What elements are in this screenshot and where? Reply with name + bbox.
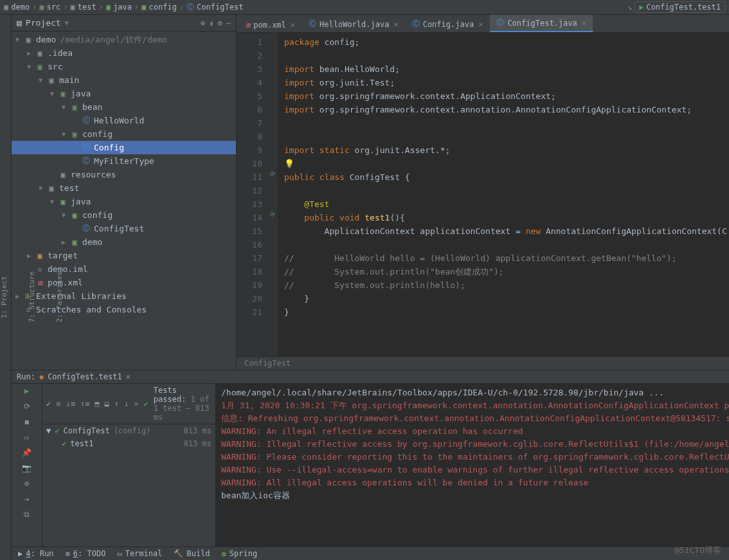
chevron-right-icon: › <box>179 3 184 12</box>
crumb[interactable]: ⒸConfigTest <box>186 2 243 13</box>
crumb[interactable]: ▣test <box>71 3 96 12</box>
sort-icon[interactable]: ↑≡ <box>80 399 89 408</box>
tree-node[interactable]: ▶▣demo <box>12 235 236 249</box>
app-root: ▣demo › ▣src › ▣test › ▣java › ▣config ›… <box>0 0 729 560</box>
chevron-right-icon: › <box>134 3 139 12</box>
more-icon[interactable]: » <box>134 399 138 408</box>
close-icon[interactable]: × <box>126 372 130 381</box>
ignored-filter-icon[interactable]: ⊘ <box>56 399 60 408</box>
status-bar: ▶ 4: Run ≡ 6: TODO ▭ Terminal 🔨 Build ✿ … <box>12 546 729 560</box>
passed-filter-icon[interactable]: ✔ <box>46 399 51 408</box>
tree-node[interactable]: ▶▣target <box>12 249 236 262</box>
history-icon[interactable]: ⧉ <box>22 510 32 519</box>
pin-icon[interactable]: 📌 <box>22 448 32 457</box>
tree-node[interactable]: ▶▣.idea <box>12 46 236 60</box>
tests-toolbar: ✔ ⊘ ↓≡ ↑≡ ⬒ ⬓ ↑ ↓ » ✔ Tests passed: 1 of… <box>42 384 215 424</box>
close-icon[interactable]: × <box>582 19 586 28</box>
hide-icon[interactable]: — <box>226 19 231 28</box>
tree-node[interactable]: ▼▣test <box>12 181 236 195</box>
tree-node[interactable]: mpom.xml <box>12 276 236 289</box>
project-icon: ▤ <box>17 18 22 28</box>
left-tool-rail: 1: Project 7: Structure 2: Favorites ★ <box>0 15 12 560</box>
run-config-name[interactable]: ConfigTest.test1 <box>48 372 122 381</box>
crumb[interactable]: ▣demo <box>4 3 30 12</box>
watermark: @51CTO博客 <box>674 545 721 556</box>
prev-icon[interactable]: ↑ <box>114 399 119 408</box>
status-todo[interactable]: ≡ 6: TODO <box>66 549 106 558</box>
next-icon[interactable]: ↓ <box>124 399 129 408</box>
tree-node[interactable]: ▼▣bean <box>12 100 236 114</box>
run-panel: Run: ◆ ConfigTest.test1 × ▶ ⟳ ◼ ▭ 📌 📷 ⚙ … <box>12 370 729 546</box>
run-left-toolbar: ▶ ⟳ ◼ ▭ 📌 📷 ⚙ ⇥ ⧉ <box>12 384 42 546</box>
collapse-icon[interactable]: ⬓ <box>105 399 109 408</box>
collapse-icon[interactable]: ⇟ <box>209 19 213 28</box>
code-content[interactable]: package config;import bean.HelloWorld;im… <box>278 33 729 356</box>
test-node[interactable]: ✔test1813 ms <box>42 437 215 450</box>
tree-node[interactable]: ▣resources <box>12 168 236 181</box>
tests-tree[interactable]: ▼✔ConfigTest(config)813 ms✔test1813 ms <box>42 424 215 546</box>
rail-project[interactable]: 1: Project <box>0 276 8 318</box>
close-icon[interactable]: × <box>478 20 483 29</box>
camera-icon[interactable]: 📷 <box>22 464 32 473</box>
project-title: Project <box>26 18 61 28</box>
sort-icon[interactable]: ↓≡ <box>66 399 75 408</box>
tree-node[interactable]: ▼▣demo/media/angel/软件/demo <box>12 33 236 46</box>
tree-node[interactable]: ⒸHelloWorld <box>12 114 236 127</box>
settings-icon[interactable]: ⚙ <box>218 19 222 28</box>
code-editor[interactable]: 123456789101112131415161718192021 ⟳⟳ pac… <box>237 33 729 356</box>
test-node[interactable]: ▼✔ConfigTest(config)813 ms <box>42 424 215 437</box>
project-panel: ▤ Project ▼ ⊕ ⇟ ⚙ — ▼▣demo/media/angel/软… <box>12 15 237 370</box>
chevron-right-icon: › <box>32 3 37 12</box>
locate-icon[interactable]: ⊕ <box>201 19 205 28</box>
gear-icon[interactable]: ⚙ <box>22 479 32 488</box>
crumb[interactable]: ▣java <box>106 3 132 12</box>
navigation-breadcrumb: ▣demo › ▣src › ▣test › ▣java › ▣config ›… <box>0 0 729 15</box>
run-tests-pane: ✔ ⊘ ↓≡ ↑≡ ⬒ ⬓ ↑ ↓ » ✔ Tests passed: 1 of… <box>42 384 216 546</box>
tree-node[interactable]: ▶⊪External Libraries <box>12 289 236 303</box>
layout-icon[interactable]: ▭ <box>22 433 32 442</box>
status-run[interactable]: ▶ 4: Run <box>18 549 54 558</box>
rail-structure[interactable]: 7: Structure <box>28 271 36 322</box>
rerun-icon[interactable]: ▶ <box>22 386 32 395</box>
project-tree[interactable]: ▼▣demo/media/angel/软件/demo▶▣.idea▼▣src▼▣… <box>12 32 236 370</box>
tree-node[interactable]: ▫Scratches and Consoles <box>12 303 236 316</box>
close-icon[interactable]: × <box>393 20 398 29</box>
dropdown-icon[interactable]: ▼ <box>65 19 69 26</box>
status-build[interactable]: 🔨 Build <box>174 549 210 558</box>
close-icon[interactable]: × <box>291 21 295 30</box>
line-gutter: 123456789101112131415161718192021 <box>237 33 267 356</box>
tree-node[interactable]: ▼▣java <box>12 195 236 208</box>
editor-tab[interactable]: mpom.xml× <box>239 18 302 32</box>
status-terminal[interactable]: ▭ Terminal <box>117 549 162 558</box>
run-console[interactable]: /home/angel/.local/share/JetBrains/Toolb… <box>216 384 729 546</box>
tree-node[interactable]: ▼▣src <box>12 60 236 73</box>
gutter-icons: ⟳⟳ <box>267 33 278 356</box>
run-header: Run: ◆ ConfigTest.test1 × <box>12 370 729 384</box>
chevron-right-icon: › <box>99 3 104 12</box>
test-icon: ◆ <box>39 372 44 381</box>
editor-tab[interactable]: ⒸConfigTest.java× <box>490 15 593 32</box>
tree-node[interactable]: ▼▣main <box>12 73 236 87</box>
run-config-chip[interactable]: ▶ConfigTest.test1 <box>634 1 725 13</box>
tree-node[interactable]: ⒸMyFilterType <box>12 154 236 168</box>
stop-icon[interactable]: ◼ <box>22 417 32 426</box>
tree-node[interactable]: ⒸConfig <box>12 141 236 154</box>
export-icon[interactable]: ⇥ <box>22 494 32 503</box>
tree-node[interactable]: ▼▣java <box>12 87 236 100</box>
editor-breadcrumb[interactable]: ConfigTest <box>237 356 729 370</box>
tree-node[interactable]: ▼▣config <box>12 208 236 222</box>
tree-node[interactable]: ▫demo.iml <box>12 262 236 276</box>
editor-area: mpom.xml×ⒸHelloWorld.java×ⒸConfig.java×Ⓒ… <box>237 15 729 370</box>
status-spring[interactable]: ✿ Spring <box>222 549 258 558</box>
tree-node[interactable]: ▼▣config <box>12 127 236 141</box>
crumb[interactable]: ▣config <box>141 3 177 12</box>
back-icon[interactable]: ↘ <box>627 3 632 12</box>
editor-tab[interactable]: ⒸConfig.java× <box>406 16 491 32</box>
expand-icon[interactable]: ⬒ <box>94 399 99 408</box>
crumb[interactable]: ▣src <box>39 3 60 12</box>
rail-favorites[interactable]: 2: Favorites <box>55 271 64 322</box>
toggle-icon[interactable]: ⟳ <box>22 402 32 411</box>
tree-node[interactable]: ⒸConfigTest <box>12 222 236 235</box>
editor-tabbar: mpom.xml×ⒸHelloWorld.java×ⒸConfig.java×Ⓒ… <box>237 15 729 33</box>
editor-tab[interactable]: ⒸHelloWorld.java× <box>302 16 406 32</box>
